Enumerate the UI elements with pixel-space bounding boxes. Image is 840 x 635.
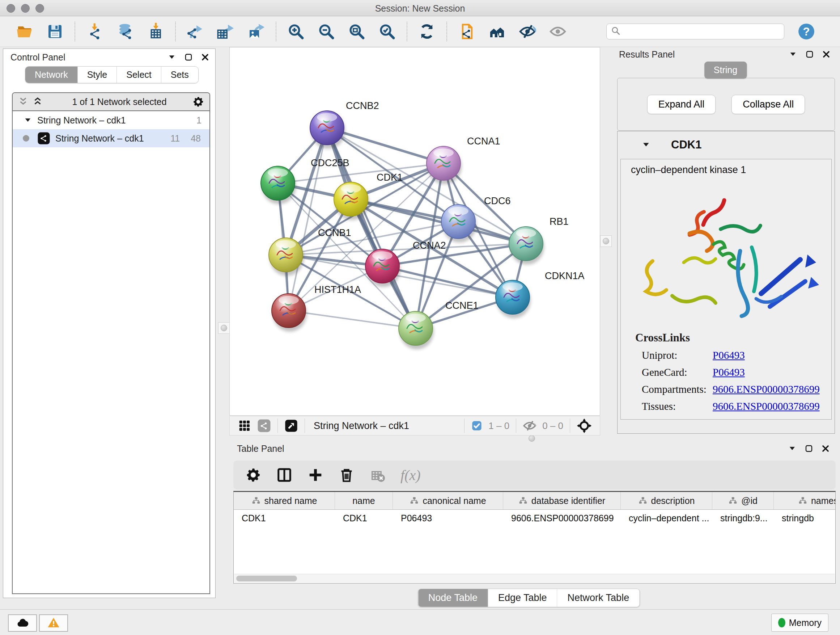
main-toolbar: ? (0, 16, 840, 47)
memory-status-dot-icon (778, 618, 785, 627)
search-input[interactable] (623, 26, 780, 37)
add-column-icon[interactable] (307, 467, 324, 483)
column-header-databaseidentifier[interactable]: database identifier (503, 492, 621, 509)
network-row[interactable]: String Network – cdk1 11 48 (13, 129, 210, 147)
tab-network-table[interactable]: Network Table (557, 589, 639, 607)
warnings-button[interactable] (39, 614, 68, 632)
zoom-fit-button[interactable] (341, 19, 372, 44)
column-header-sharedname[interactable]: shared name (234, 492, 335, 509)
import-table-button[interactable] (141, 19, 171, 44)
share-view-icon[interactable] (257, 419, 271, 432)
tab-select[interactable]: Select (117, 67, 161, 83)
table-row[interactable]: CDK1CDK1P064939606.ENSP00000378699cyclin… (234, 510, 835, 526)
table-cell[interactable]: 9606.ENSP00000378699 (503, 513, 621, 524)
table-cell[interactable]: stringdb (774, 513, 836, 524)
node-table[interactable]: shared namenamecanonical namedatabase id… (233, 491, 836, 584)
export-image-button[interactable] (241, 19, 271, 44)
refresh-button[interactable] (412, 19, 442, 44)
control-panel-close-icon[interactable] (201, 53, 210, 62)
column-header-namespace[interactable]: namespace (774, 492, 836, 509)
show-eye-button[interactable] (543, 19, 573, 44)
column-header-canonicalname[interactable]: canonical name (393, 492, 503, 509)
selected-checkbox-icon[interactable] (471, 420, 483, 432)
collapse-all-button[interactable]: Collapse All (731, 95, 805, 114)
table-cell[interactable]: CDK1 (234, 513, 335, 524)
tab-edge-table[interactable]: Edge Table (488, 589, 557, 607)
crosslink-link[interactable]: P06493 (713, 417, 745, 420)
import-table-icon (147, 23, 164, 40)
table-cell[interactable]: cyclin–dependent ... (621, 513, 712, 524)
home-button[interactable] (482, 19, 512, 44)
table-panel-menu-icon[interactable] (788, 444, 797, 453)
network-node-CCNA1[interactable]: CCNA1 (426, 136, 500, 184)
import-database-button[interactable] (110, 19, 141, 44)
network-node-CCNA2[interactable]: CCNA2 (365, 240, 446, 287)
export-table-button[interactable] (210, 19, 241, 44)
save-session-button[interactable] (40, 19, 70, 44)
memory-button[interactable]: Memory (771, 614, 829, 632)
tab-network[interactable]: Network (25, 67, 78, 83)
network-node-HIST1H1A[interactable]: HIST1H1A (272, 284, 361, 332)
network-node-RB1[interactable]: RB1 (509, 216, 569, 264)
tab-node-table[interactable]: Node Table (418, 589, 488, 607)
crosslink-label: Tissues: (642, 401, 713, 412)
table-cell[interactable]: stringdb:9... (712, 513, 774, 524)
column-header-description[interactable]: description (621, 492, 712, 509)
sitemap-icon (728, 496, 737, 505)
help-button[interactable]: ? (797, 22, 815, 41)
import-network-button[interactable] (80, 19, 110, 44)
column-header-name[interactable]: name (335, 492, 393, 509)
hidden-eye-slash-icon[interactable] (523, 419, 537, 432)
open-session-button[interactable] (9, 19, 40, 44)
network-canvas[interactable]: CCNB2 CCNA1 CDC25B CDK1 CDC6 RB1 CCNB1 (229, 47, 600, 416)
network-node-CCNE1[interactable]: CCNE1 (399, 300, 478, 349)
tab-string[interactable]: String (704, 62, 747, 79)
network-collection-row[interactable]: String Network – cdk1 1 (13, 111, 210, 129)
birdseye-view-icon[interactable] (284, 419, 298, 432)
results-panel-menu-icon[interactable] (789, 50, 797, 59)
cloud-button[interactable] (8, 614, 37, 632)
zoom-in-button[interactable] (281, 19, 311, 44)
fit-content-crosshair-icon[interactable] (576, 418, 592, 433)
network-node-CDKN1A[interactable]: CDKN1A (496, 271, 584, 318)
collection-collapse-icon[interactable] (24, 116, 32, 125)
node-label-CDK1: CDK1 (377, 172, 403, 183)
right-splitter-grip[interactable] (600, 235, 612, 247)
table-settings-gear-icon[interactable] (245, 467, 262, 483)
results-panel-close-icon[interactable] (822, 50, 831, 59)
control-panel-float-icon[interactable] (184, 53, 193, 62)
show-columns-icon[interactable] (276, 467, 293, 483)
gene-entry-header[interactable]: CDK1 (617, 131, 835, 158)
expand-all-button[interactable]: Expand All (647, 95, 716, 114)
document-share-button[interactable] (452, 19, 482, 44)
search-box[interactable] (606, 24, 784, 40)
control-panel-menu-icon[interactable] (167, 53, 176, 62)
expand-all-icon[interactable] (32, 96, 43, 107)
table-panel-float-icon[interactable] (805, 444, 813, 453)
delete-column-trash-icon[interactable] (338, 467, 355, 483)
left-splitter-grip[interactable] (218, 322, 230, 334)
zoom-out-button[interactable] (311, 19, 341, 44)
table-cell[interactable]: P06493 (393, 513, 503, 524)
zoom-selected-button[interactable] (372, 19, 402, 44)
crosslink-link[interactable]: 9606.ENSP00000378699 (713, 383, 820, 395)
crosslink-link[interactable]: P06493 (713, 366, 745, 378)
results-panel-float-icon[interactable] (805, 50, 814, 59)
network-selection-summary: 1 of 1 Network selected (47, 97, 192, 107)
tab-sets[interactable]: Sets (161, 67, 198, 83)
crosslink-link[interactable]: 9606.ENSP00000378699 (713, 401, 820, 412)
network-options-gear-icon[interactable] (192, 96, 204, 108)
export-network-button[interactable] (180, 19, 210, 44)
tab-style[interactable]: Style (78, 67, 117, 83)
grid-view-icon[interactable] (238, 419, 251, 432)
scrollbar-thumb[interactable] (236, 576, 297, 581)
table-panel-close-icon[interactable] (821, 444, 830, 453)
collapse-all-icon[interactable] (18, 96, 28, 107)
table-cell[interactable]: CDK1 (335, 513, 393, 524)
hide-selected-button[interactable] (512, 19, 543, 44)
column-header-id[interactable]: @id (712, 492, 774, 509)
crosslink-link[interactable]: P06493 (713, 349, 745, 361)
table-horizontal-scrollbar[interactable] (234, 574, 835, 583)
node-label-HIST1H1A: HIST1H1A (314, 284, 361, 295)
gene-collapse-icon[interactable] (641, 140, 651, 149)
